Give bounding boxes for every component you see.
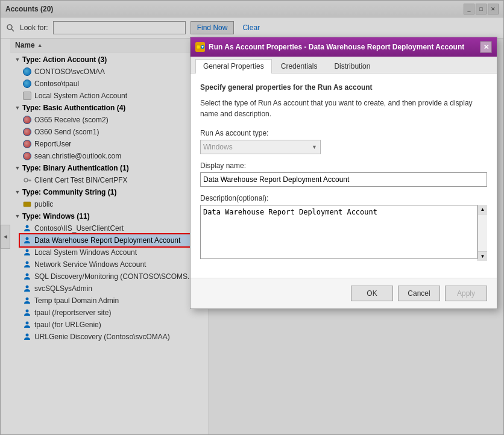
run-as-type-label: Run As account type: — [200, 129, 487, 137]
modal-dialog: Run As Account Properties - Data Warehou… — [190, 37, 497, 309]
scrollbar-up[interactable]: ▲ — [478, 205, 487, 214]
modal-overlay: Run As Account Properties - Data Warehou… — [1, 1, 503, 434]
modal-footer: OK Cancel Apply — [191, 278, 497, 308]
run-as-type-select-wrapper: Windows — [200, 140, 321, 154]
scrollbar-down[interactable]: ▼ — [478, 251, 487, 261]
modal-description: Select the type of Run As account that y… — [200, 98, 487, 119]
tab-credentials[interactable]: Credentials — [273, 59, 326, 73]
ok-button[interactable]: OK — [351, 286, 393, 301]
description-label: Description(optional): — [200, 194, 487, 202]
main-window: Accounts (20) _ □ ✕ Look for: Find Now C… — [0, 0, 504, 435]
svg-rect-17 — [197, 45, 200, 49]
tab-general-properties[interactable]: General Properties — [195, 59, 272, 74]
modal-titlebar: Run As Account Properties - Data Warehou… — [191, 37, 497, 57]
modal-section-title: Specify general properties for the Run A… — [200, 83, 487, 92]
run-as-type-select[interactable]: Windows — [200, 140, 321, 154]
display-name-group: Display name: — [200, 161, 487, 187]
modal-tabs: General Properties Credentials Distribut… — [191, 57, 497, 74]
apply-button[interactable]: Apply — [445, 286, 487, 301]
run-as-type-group: Run As account type: Windows — [200, 129, 487, 154]
scrollbar[interactable]: ▲ ▼ — [477, 205, 487, 261]
description-textarea[interactable]: Data Warehouse Report Deployment Account — [200, 205, 477, 259]
display-name-input[interactable] — [200, 172, 487, 187]
modal-title-text: Run As Account Properties - Data Warehou… — [195, 42, 464, 52]
modal-body: Specify general properties for the Run A… — [191, 74, 497, 278]
modal-title: Run As Account Properties - Data Warehou… — [209, 43, 464, 51]
textarea-wrapper: Data Warehouse Report Deployment Account… — [200, 205, 487, 261]
modal-app-icon — [195, 42, 205, 52]
tab-distribution[interactable]: Distribution — [326, 59, 378, 73]
description-group: Description(optional): Data Warehouse Re… — [200, 194, 487, 261]
cancel-button[interactable]: Cancel — [398, 286, 440, 301]
display-name-label: Display name: — [200, 161, 487, 170]
modal-close-button[interactable]: ✕ — [480, 41, 492, 53]
